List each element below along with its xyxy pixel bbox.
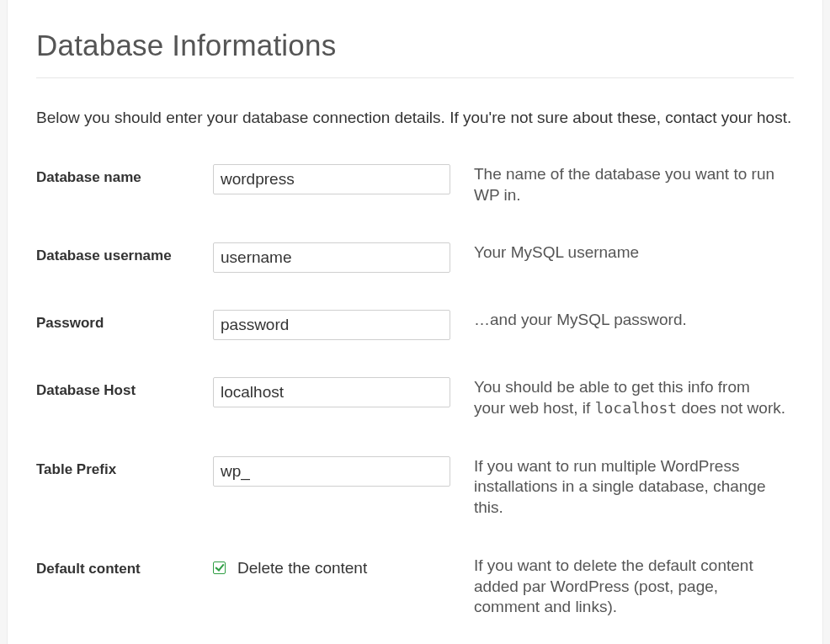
page-title: Database Informations [36,0,794,78]
checkbox-label-delete-content[interactable]: Delete the content [237,559,367,577]
row-database-name: Database name The name of the database y… [36,164,794,205]
row-password: Password …and your MySQL password. [36,310,794,340]
database-form: Database name The name of the database y… [36,164,794,618]
input-database-username[interactable] [213,242,450,273]
row-database-host: Database Host You should be able to get … [36,377,794,418]
label-table-prefix: Table Prefix [36,461,116,477]
help-database-username: Your MySQL username [466,242,785,263]
input-password[interactable] [213,310,450,340]
help-database-host-code: localhost [595,399,678,417]
row-database-username: Database username Your MySQL username [36,242,794,273]
help-password: …and your MySQL password. [466,310,785,331]
row-table-prefix: Table Prefix If you want to run multiple… [36,456,794,519]
intro-text: Below you should enter your database con… [36,109,794,127]
help-database-host: You should be able to get this info from… [466,377,785,418]
help-default-content: If you want to delete the default conten… [466,556,785,618]
checkbox-delete-content[interactable] [213,562,226,574]
input-table-prefix[interactable] [213,456,450,487]
input-database-name[interactable] [213,164,450,194]
input-database-host[interactable] [213,377,450,407]
label-default-content: Default content [36,561,141,577]
database-info-panel: Database Informations Below you should e… [7,0,823,644]
label-database-username: Database username [36,247,172,263]
label-database-host: Database Host [36,382,136,398]
label-database-name: Database name [36,169,141,185]
row-default-content: Default content Delete the content If yo… [36,556,794,618]
label-password: Password [36,315,104,331]
help-database-host-post: does not work. [677,399,785,417]
help-database-name: The name of the database you want to run… [466,164,785,205]
help-table-prefix: If you want to run multiple WordPress in… [466,456,785,519]
